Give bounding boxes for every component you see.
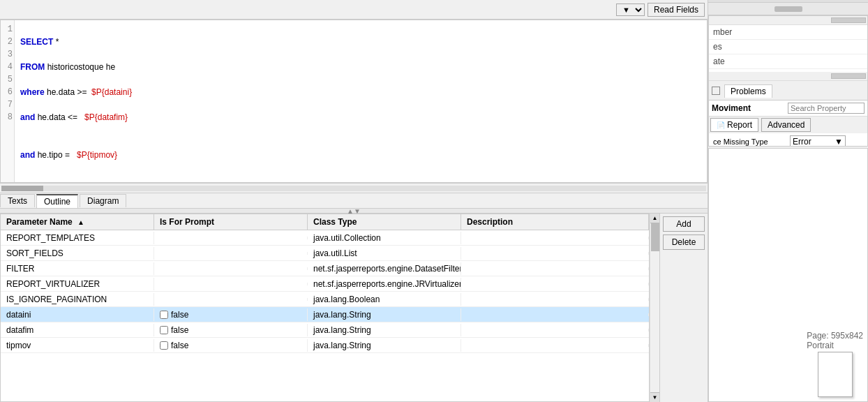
cell-param-name: IS_IGNORE_PAGINATION: [1, 293, 154, 306]
cell-param-name: FILTER: [1, 262, 154, 275]
tab-texts[interactable]: Texts: [0, 194, 35, 207]
moviment-title: Moviment: [712, 103, 788, 113]
checkbox-is-prompt-tipmov[interactable]: [160, 341, 168, 350]
cell-class-type: net.sf.jasperreports.engine.DatasetFilte…: [308, 262, 461, 275]
resize-handle[interactable]: ▲▼: [0, 208, 708, 214]
dropdown-arrow-icon: ▼: [835, 137, 843, 147]
cell-is-prompt-value: false: [171, 310, 188, 320]
cell-is-prompt: [154, 298, 308, 301]
cell-is-prompt: [154, 283, 308, 285]
problems-tab-bar: Problems: [709, 81, 867, 100]
cell-param-name: REPORT_VIRTUALIZER: [1, 278, 154, 290]
params-action-buttons: Add Delete: [659, 214, 708, 402]
cell-class-type: java.lang.Boolean: [308, 293, 461, 306]
cell-description: [461, 329, 649, 332]
cell-is-prompt-tipmov: false: [171, 341, 188, 350]
table-row[interactable]: REPORT_TEMPLATES java.util.Collection: [1, 230, 649, 246]
scroll-track: [650, 223, 659, 392]
close-icon[interactable]: [712, 87, 720, 95]
checkbox-is-prompt-datafim[interactable]: [160, 326, 168, 334]
cell-is-prompt: false: [154, 308, 308, 321]
prop-yes-row: es: [709, 40, 867, 54]
table-row-selected[interactable]: dataini false java.lang.String: [1, 307, 649, 322]
tab-outline[interactable]: Outline: [36, 194, 78, 208]
cell-param-name: dataini: [1, 308, 154, 321]
cell-class-type: java.util.Collection: [308, 232, 461, 244]
prop-tabs-bar: 📄 Report Advanced: [709, 117, 867, 133]
table-row[interactable]: SORT_FIELDS java.util.List: [1, 246, 649, 261]
cell-class-type: java.util.List: [308, 247, 461, 260]
search-property-input[interactable]: [788, 103, 865, 114]
cell-param-name: SORT_FIELDS: [1, 247, 154, 260]
cell-is-prompt: false: [154, 339, 308, 352]
cell-description: [461, 313, 649, 316]
cell-description: [461, 344, 649, 347]
preview-area: Page: 595x842 Portrait: [708, 148, 868, 402]
prop-number-row: mber: [709, 25, 867, 40]
cell-class-type: java.lang.String: [308, 308, 461, 321]
tab-diagram[interactable]: Diagram: [80, 194, 126, 207]
page-preview: Page: 595x842 Portrait: [807, 331, 863, 397]
scroll-down-button[interactable]: ▼: [650, 392, 659, 402]
read-fields-button[interactable]: Read Fields: [648, 3, 705, 17]
col-header-param-name: Parameter Name ▲: [1, 214, 154, 230]
params-table-body: REPORT_TEMPLATES java.util.Collection SO…: [1, 230, 649, 401]
cell-is-prompt: false: [154, 324, 308, 336]
cell-description: [461, 237, 649, 239]
col-header-description: Description: [461, 214, 649, 230]
cell-param-name: datafim: [1, 324, 154, 336]
page-size-label: Page: 595x842 Portrait: [807, 331, 863, 350]
tab-advanced[interactable]: Advanced: [761, 118, 811, 132]
cell-is-prompt: [154, 267, 308, 270]
params-table-header: Parameter Name ▲ Is For Prompt Class Typ…: [1, 214, 649, 230]
col-header-class-type: Class Type: [308, 214, 461, 230]
cell-class-type: net.sf.jasperreports.engine.JRVirtualize…: [308, 278, 461, 290]
table-row[interactable]: IS_IGNORE_PAGINATION java.lang.Boolean: [1, 292, 649, 307]
cell-is-prompt-datafim: false: [171, 325, 188, 335]
tab-report[interactable]: 📄 Report: [710, 118, 758, 132]
cell-description: [461, 298, 649, 301]
cell-description: [461, 283, 649, 285]
scroll-up-button[interactable]: ▲: [650, 214, 659, 223]
cell-class-type: java.lang.String: [308, 324, 461, 336]
top-toolbar: ▼ Read Fields: [0, 0, 708, 20]
prop-late-row: ate: [709, 54, 867, 69]
cell-param-name: tipmov: [1, 339, 154, 352]
sort-icon: ▲: [77, 218, 84, 226]
col-header-is-prompt: Is For Prompt: [154, 214, 308, 230]
cell-is-prompt: [154, 252, 308, 255]
table-row[interactable]: FILTER net.sf.jasperreports.engine.Datas…: [1, 261, 649, 276]
missing-type-label: ce Missing Type: [713, 137, 790, 146]
sql-editor[interactable]: SELECT * FROM historicostoque he where h…: [1, 20, 707, 182]
missing-type-dropdown[interactable]: Error ▼: [790, 135, 846, 147]
scroll-thumb: [651, 223, 659, 251]
checkbox-is-prompt[interactable]: [160, 311, 168, 319]
cell-is-prompt: [154, 237, 308, 239]
cell-description: [461, 267, 649, 270]
tab-problems[interactable]: Problems: [724, 84, 772, 98]
report-icon: 📄: [717, 121, 725, 129]
cell-class-type: java.lang.String: [308, 339, 461, 352]
table-row[interactable]: tipmov false java.lang.String: [1, 338, 649, 353]
delete-button[interactable]: Delete: [663, 234, 705, 250]
cell-description: [461, 252, 649, 255]
editor-tabs: Texts Outline Diagram: [0, 193, 708, 208]
dropdown-select[interactable]: ▼: [616, 3, 645, 16]
missing-type-value: Error ▼: [790, 135, 846, 147]
properties-header-row: Moviment: [709, 100, 867, 117]
table-vertical-scrollbar[interactable]: ▲ ▼: [650, 214, 659, 402]
table-row[interactable]: datafim false java.lang.String: [1, 322, 649, 338]
cell-param-name: REPORT_TEMPLATES: [1, 232, 154, 244]
table-row[interactable]: REPORT_VIRTUALIZER net.sf.jasperreports.…: [1, 276, 649, 292]
page-thumbnail: [818, 352, 853, 397]
missing-type-row: ce Missing Type Error ▼: [709, 133, 867, 147]
add-button[interactable]: Add: [663, 216, 705, 232]
editor-horizontal-scroll[interactable]: [0, 183, 708, 193]
